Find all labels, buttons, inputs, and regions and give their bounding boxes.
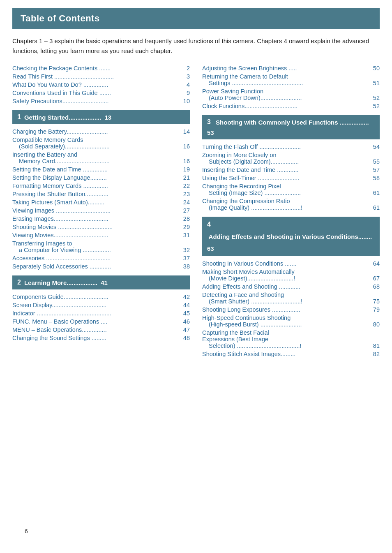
list-item[interactable]: What Do You Want to Do? ............... …	[12, 81, 190, 88]
list-item[interactable]: Taking Pictures (Smart Auto).......... 2…	[12, 199, 190, 206]
list-item[interactable]: Detecting a Face and Shooting (Smart Shu…	[202, 292, 380, 305]
list-item[interactable]: Indicator ..............................…	[12, 310, 190, 317]
list-item[interactable]: Erasing Images..........................…	[12, 215, 190, 222]
list-item[interactable]: Separately Sold Accessories ............…	[12, 263, 190, 270]
list-item[interactable]: Capturing the Best Facial Expressions (B…	[202, 329, 380, 349]
section4-items: Shooting in Various Conditions ....... 6…	[202, 260, 380, 357]
pre-section-right-list: Adjusting the Screen Brightness ..... 50…	[202, 65, 380, 109]
left-column: Checking the Package Contents ....... 2 …	[12, 65, 190, 359]
list-item[interactable]: Making Short Movies Automatically (Movie…	[202, 268, 380, 282]
list-item[interactable]: Conventions Used in This Guide ....... 9	[12, 90, 190, 96]
header-bar: Table of Contents	[12, 8, 380, 29]
list-item[interactable]: Setting the Display Language.......... 2…	[12, 174, 190, 181]
list-item[interactable]: Charging the Battery....................…	[12, 128, 190, 135]
list-item[interactable]: Power Saving Function (Auto Power Down).…	[202, 88, 380, 101]
section4-header: 4 Adding Effects and Shooting in Various…	[202, 217, 380, 256]
list-item[interactable]: Pressing the Shutter Button.............…	[12, 191, 190, 197]
list-item[interactable]: Shooting in Various Conditions ....... 6…	[202, 260, 380, 267]
list-item[interactable]: Accessories ............................…	[12, 255, 190, 261]
list-item[interactable]: Setting the Date and Time ..............…	[12, 166, 190, 173]
list-item[interactable]: Changing the Recording Pixel Setting (Im…	[202, 183, 380, 196]
list-item[interactable]: Zooming in More Closely on Subjects (Dig…	[202, 152, 380, 165]
section3-header: 3 Shooting with Commonly Used Functions …	[202, 115, 380, 139]
list-item[interactable]: Adding Effects and Shooting ............…	[202, 283, 380, 290]
list-item[interactable]: MENU – Basic Operations............... 4…	[12, 326, 190, 333]
list-item[interactable]: Viewing Movies..........................…	[12, 232, 190, 238]
section2-items: Components Guide........................…	[12, 294, 190, 341]
section1-items: Charging the Battery....................…	[12, 128, 190, 270]
list-item[interactable]: FUNC. Menu – Basic Operations .... 46	[12, 318, 190, 325]
list-item[interactable]: Changing the Sound Settings ......... 48	[12, 335, 190, 341]
pre-section-list: Checking the Package Contents ....... 2 …	[12, 65, 190, 104]
list-item[interactable]: Transferring Images to a Computer for Vi…	[12, 240, 190, 253]
section3-items: Turning the Flash Off ..................…	[202, 143, 380, 211]
list-item[interactable]: Using the Self-Timer ...................…	[202, 175, 380, 181]
list-item[interactable]: Clock Functions.........................…	[202, 103, 380, 109]
list-item[interactable]: Compatible Memory Cards (Sold Separately…	[12, 137, 190, 150]
list-item[interactable]: Turning the Flash Off ..................…	[202, 143, 380, 150]
list-item[interactable]: Shooting Long Exposures ................…	[202, 306, 380, 313]
list-item[interactable]: Read This First ........................…	[12, 73, 190, 80]
list-item[interactable]: Inserting the Battery and Memory Card...…	[12, 151, 190, 164]
list-item[interactable]: Returning the Camera to Default Settings…	[202, 73, 380, 86]
list-item[interactable]: Adjusting the Screen Brightness ..... 50	[202, 65, 380, 72]
page-title: Table of Contents	[21, 13, 100, 23]
page-number: 6	[25, 528, 28, 534]
list-item[interactable]: Shooting Stitch Assist Images......... 8…	[202, 351, 380, 357]
list-item[interactable]: High-Speed Continuous Shooting (High-spe…	[202, 315, 380, 328]
list-item[interactable]: Safety Precautions......................…	[12, 98, 190, 104]
list-item[interactable]: Inserting the Date and Time ............…	[202, 167, 380, 173]
right-column: Adjusting the Screen Brightness ..... 50…	[202, 65, 380, 359]
list-item[interactable]: Viewing Images .........................…	[12, 207, 190, 214]
intro-paragraph: Chapters 1 – 3 explain the basic operati…	[12, 36, 380, 56]
list-item[interactable]: Components Guide........................…	[12, 294, 190, 300]
list-item[interactable]: Checking the Package Contents ....... 2	[12, 65, 190, 72]
list-item[interactable]: Formatting Memory Cards ............... …	[12, 183, 190, 189]
section2-header: 2 Learning More.................. 41	[12, 275, 190, 289]
list-item[interactable]: Shooting Movies ........................…	[12, 224, 190, 230]
list-item[interactable]: Changing the Compression Ratio (Image Qu…	[202, 198, 380, 211]
section1-header: 1 Getting Started................... 13	[12, 110, 190, 124]
list-item[interactable]: Screen Display..........................…	[12, 302, 190, 308]
